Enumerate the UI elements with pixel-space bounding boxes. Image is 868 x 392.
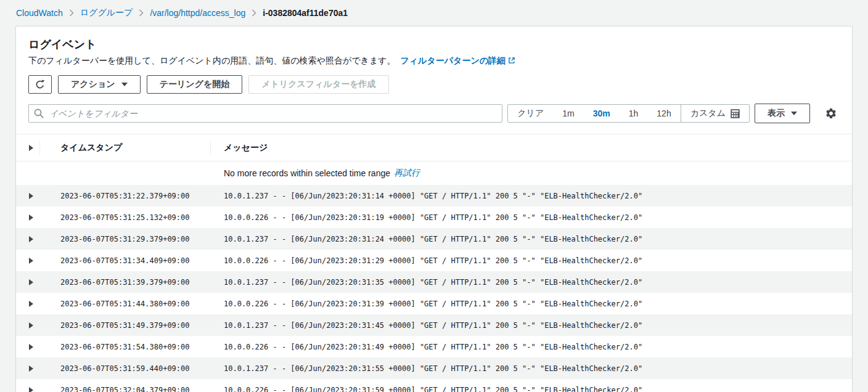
table-row[interactable]: 2023-06-07T05:32:04.379+09:00 10.0.0.226… — [16, 379, 852, 392]
log-rows: 2023-06-07T05:31:22.379+09:00 10.0.1.237… — [16, 185, 852, 392]
page-description: 下のフィルターバーを使用して、ログイベント内の用語、語句、値の検索や照合ができま… — [28, 54, 840, 67]
breadcrumb-link-log-group-name[interactable]: /var/log/httpd/access_log — [150, 8, 245, 18]
clear-time-range-button[interactable]: クリア — [508, 105, 553, 122]
table-row[interactable]: 2023-06-07T05:31:29.379+09:00 10.0.1.237… — [16, 228, 852, 250]
row-message: 10.0.1.237 - - [06/Jun/2023:20:31:14 +00… — [211, 192, 852, 200]
table-row[interactable]: 2023-06-07T05:31:59.440+09:00 10.0.1.237… — [16, 357, 852, 379]
caret-down-icon — [791, 112, 797, 115]
chevron-right-icon — [69, 9, 74, 17]
row-timestamp: 2023-06-07T05:31:44.380+09:00 — [40, 300, 211, 308]
caret-down-icon — [121, 83, 128, 86]
row-message: 10.0.0.226 - - [06/Jun/2023:20:31:19 +00… — [211, 213, 852, 222]
toolbar: アクション テーリングを開始 メトリクスフィルターを作成 — [28, 75, 840, 94]
expand-row-icon[interactable] — [29, 301, 33, 307]
expand-row-icon[interactable] — [29, 279, 33, 285]
row-timestamp: 2023-06-07T05:31:59.440+09:00 — [40, 364, 211, 373]
filter-row: クリア 1m 30m 1h 12h カスタム 表示 — [28, 104, 840, 123]
row-timestamp: 2023-06-07T05:31:39.379+09:00 — [40, 278, 211, 287]
custom-time-range-button[interactable]: カスタム — [681, 105, 749, 122]
breadcrumb-link-cloudwatch[interactable]: CloudWatch — [16, 8, 63, 18]
table-row[interactable]: 2023-06-07T05:31:39.379+09:00 10.0.1.237… — [16, 271, 852, 293]
expand-row-icon[interactable] — [29, 344, 33, 350]
table-row[interactable]: 2023-06-07T05:31:22.379+09:00 10.0.1.237… — [16, 185, 852, 206]
row-timestamp: 2023-06-07T05:32:04.379+09:00 — [40, 386, 211, 392]
time-range-30m[interactable]: 30m — [584, 105, 620, 122]
display-options-button[interactable]: 表示 — [755, 104, 810, 123]
create-metric-filter-button: メトリクスフィルターを作成 — [248, 75, 388, 94]
column-header-timestamp: タイムスタンプ — [40, 142, 210, 153]
breadcrumb-current-stream: i-0382804af11de70a1 — [263, 8, 348, 18]
row-message: 10.0.1.237 - - [06/Jun/2023:20:31:55 +00… — [211, 364, 852, 373]
page-title: ログイベント — [28, 38, 840, 51]
table-row[interactable]: 2023-06-07T05:31:49.379+09:00 10.0.1.237… — [16, 314, 852, 336]
expand-row-icon[interactable] — [29, 193, 33, 199]
table-header: タイムスタンプ メッセージ — [16, 134, 852, 161]
actions-button[interactable]: アクション — [58, 75, 141, 94]
row-timestamp: 2023-06-07T05:31:49.379+09:00 — [40, 321, 211, 330]
row-timestamp: 2023-06-07T05:31:25.132+09:00 — [40, 213, 211, 222]
row-message: 10.0.0.226 - - [06/Jun/2023:20:31:29 +00… — [211, 256, 852, 265]
search-icon — [34, 108, 44, 118]
row-timestamp: 2023-06-07T05:31:29.379+09:00 — [40, 235, 211, 243]
row-timestamp: 2023-06-07T05:31:22.379+09:00 — [40, 192, 211, 200]
table-row[interactable]: 2023-06-07T05:31:34.409+09:00 10.0.0.226… — [16, 250, 852, 271]
row-message: 10.0.0.226 - - [06/Jun/2023:20:31:49 +00… — [211, 343, 852, 351]
actions-button-label: アクション — [71, 79, 115, 90]
expand-row-icon[interactable] — [29, 258, 33, 264]
chevron-right-icon — [252, 9, 256, 17]
row-message: 10.0.0.226 - - [06/Jun/2023:20:31:59 +00… — [211, 386, 852, 392]
time-range-1m[interactable]: 1m — [553, 105, 583, 122]
start-tailing-button[interactable]: テーリングを開始 — [147, 75, 243, 94]
filter-pattern-details-link[interactable]: フィルターパターンの詳細 — [400, 55, 515, 65]
calendar-icon — [731, 109, 740, 118]
time-range-12h[interactable]: 12h — [647, 105, 680, 122]
filter-events-input[interactable] — [28, 104, 502, 123]
row-message: 10.0.1.237 - - [06/Jun/2023:20:31:35 +00… — [211, 278, 852, 287]
row-timestamp: 2023-06-07T05:31:34.409+09:00 — [40, 256, 211, 265]
display-options-label: 表示 — [768, 108, 785, 119]
column-header-message: メッセージ — [211, 142, 852, 153]
expand-row-icon[interactable] — [29, 387, 33, 392]
no-more-records-notice: No more records within selected time ran… — [16, 161, 852, 185]
custom-time-range-label: カスタム — [690, 108, 726, 119]
settings-button[interactable] — [825, 107, 837, 120]
expand-row-icon[interactable] — [29, 214, 33, 221]
refresh-button[interactable] — [28, 75, 52, 94]
row-message: 10.0.1.237 - - [06/Jun/2023:20:31:24 +00… — [211, 235, 852, 243]
log-events-panel: ログイベント 下のフィルターバーを使用して、ログイベント内の用語、語句、値の検索… — [15, 26, 853, 392]
retry-link[interactable]: 再試行 — [394, 168, 420, 179]
table-row[interactable]: 2023-06-07T05:31:54.380+09:00 10.0.0.226… — [16, 336, 852, 357]
row-message: 10.0.1.237 - - [06/Jun/2023:20:31:45 +00… — [211, 321, 852, 330]
breadcrumb-link-log-groups[interactable]: ロググループ — [80, 7, 133, 18]
refresh-icon — [35, 80, 45, 89]
table-row[interactable]: 2023-06-07T05:31:44.380+09:00 10.0.0.226… — [16, 293, 852, 314]
chevron-right-icon — [139, 9, 144, 17]
expand-row-icon[interactable] — [29, 365, 33, 372]
row-timestamp: 2023-06-07T05:31:54.380+09:00 — [40, 343, 211, 351]
expand-row-icon[interactable] — [29, 236, 33, 242]
expand-row-icon[interactable] — [29, 322, 33, 329]
table-row[interactable]: 2023-06-07T05:31:25.132+09:00 10.0.0.226… — [16, 206, 852, 228]
external-link-icon — [508, 57, 515, 64]
page-description-text: 下のフィルターバーを使用して、ログイベント内の用語、語句、値の検索や照合ができま… — [28, 55, 396, 65]
filter-pattern-details-label: フィルターパターンの詳細 — [400, 55, 506, 65]
expand-all-icon[interactable] — [29, 145, 33, 151]
notice-text: No more records within selected time ran… — [224, 168, 390, 178]
time-range-selector: クリア 1m 30m 1h 12h カスタム — [507, 104, 750, 123]
row-message: 10.0.0.226 - - [06/Jun/2023:20:31:39 +00… — [211, 300, 852, 308]
gear-icon — [825, 107, 837, 120]
breadcrumb: CloudWatch ロググループ /var/log/httpd/access_… — [0, 0, 868, 19]
time-range-1h[interactable]: 1h — [620, 105, 648, 122]
